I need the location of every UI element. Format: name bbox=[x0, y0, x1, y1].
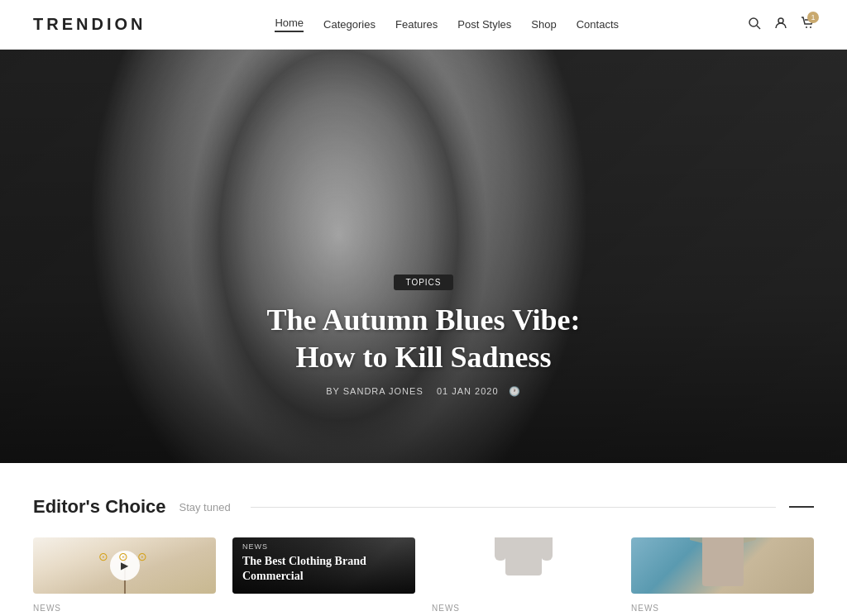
main-nav: Home Categories Features Post Styles Sho… bbox=[275, 17, 619, 32]
card-4-image bbox=[631, 537, 814, 594]
card-2[interactable]: NEWS The Best Clothing Brand Commercial bbox=[232, 537, 415, 594]
card-4[interactable]: NEWS Simple Rules of Happy and Healthy L… bbox=[631, 537, 814, 594]
hero-overlay bbox=[0, 50, 847, 463]
hero-content: TOPICS The Autumn Blues Vibe:How to Kill… bbox=[175, 274, 672, 397]
hero-section: TOPICS The Autumn Blues Vibe:How to Kill… bbox=[0, 50, 847, 463]
card-3-image bbox=[432, 537, 615, 594]
nav-categories[interactable]: Categories bbox=[323, 18, 376, 31]
nav-contacts[interactable]: Contacts bbox=[577, 18, 619, 31]
hero-meta: BY SANDRA JONES 01 JAN 2020 🕐 bbox=[175, 386, 672, 397]
search-icon[interactable] bbox=[748, 17, 761, 33]
nav-post-styles[interactable]: Post Styles bbox=[457, 18, 511, 31]
card-2-overlay: NEWS The Best Clothing Brand Commercial bbox=[232, 537, 415, 594]
hero-date: 01 JAN 2020 bbox=[437, 386, 499, 396]
header-actions: 1 bbox=[748, 17, 814, 33]
section-title: Editor's Choice bbox=[33, 496, 165, 518]
header: TRENDION Home Categories Features Post S… bbox=[0, 0, 847, 50]
cart-badge: 1 bbox=[807, 12, 819, 23]
cart-icon[interactable]: 1 bbox=[801, 17, 814, 33]
user-icon[interactable] bbox=[774, 17, 787, 33]
svg-point-0 bbox=[749, 18, 758, 26]
nav-shop[interactable]: Shop bbox=[531, 18, 556, 31]
svg-point-4 bbox=[810, 26, 811, 28]
card-3-category: NEWS bbox=[432, 604, 615, 613]
section-dash bbox=[789, 506, 814, 508]
play-button[interactable]: ▶ bbox=[110, 551, 140, 580]
hero-title[interactable]: The Autumn Blues Vibe:How to Kill Sadnes… bbox=[175, 302, 672, 376]
svg-point-3 bbox=[806, 26, 807, 28]
card-2-image: NEWS The Best Clothing Brand Commercial bbox=[232, 537, 415, 594]
section-subtitle: Stay tuned bbox=[179, 501, 230, 513]
cards-grid: ▶ NEWS Trending Photos on the Internet t… bbox=[33, 537, 814, 594]
editors-choice-section: Editor's Choice Stay tuned ▶ NEWS Trendi… bbox=[0, 463, 847, 616]
card-1-category: NEWS bbox=[33, 604, 216, 613]
svg-rect-10 bbox=[702, 537, 744, 586]
svg-rect-8 bbox=[541, 537, 553, 561]
section-divider bbox=[251, 507, 776, 508]
hero-background bbox=[0, 50, 847, 463]
svg-point-2 bbox=[778, 18, 783, 23]
card-2-overlay-category: NEWS bbox=[242, 542, 405, 551]
card-1-image: ▶ bbox=[33, 537, 216, 594]
hero-topics-badge[interactable]: TOPICS bbox=[394, 275, 452, 290]
nav-features[interactable]: Features bbox=[395, 18, 438, 31]
svg-rect-6 bbox=[505, 537, 542, 575]
card-3[interactable]: NEWS New Advertisement Agencies in Europ… bbox=[432, 537, 615, 594]
logo[interactable]: TRENDION bbox=[33, 15, 146, 34]
svg-line-1 bbox=[757, 26, 760, 29]
nav-home[interactable]: Home bbox=[275, 17, 304, 32]
card-1[interactable]: ▶ NEWS Trending Photos on the Internet t… bbox=[33, 537, 216, 594]
section-header: Editor's Choice Stay tuned bbox=[33, 496, 814, 518]
svg-rect-7 bbox=[495, 537, 506, 561]
hero-author: BY SANDRA JONES bbox=[326, 386, 424, 396]
card-2-overlay-title: The Best Clothing Brand Commercial bbox=[242, 554, 405, 584]
card-4-category: NEWS bbox=[631, 604, 814, 613]
